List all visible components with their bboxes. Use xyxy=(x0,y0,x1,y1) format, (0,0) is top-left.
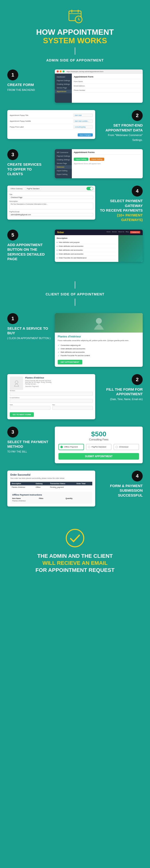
settings-label-1: Appointment Popup Title xyxy=(10,115,28,116)
mock-3-content: Appointment Forms Import Setting Export … xyxy=(72,149,143,178)
final-title-3: FOR APPOINTMENT REQUEST xyxy=(5,567,145,574)
col-total: Order Total xyxy=(75,482,92,485)
settings-row-1: Appointment Popup Title blah blah xyxy=(10,113,93,118)
client-step-3: 3 SELECT THE PAYMENT METHODTO PAY THE BI… xyxy=(7,427,143,463)
service-card-desc: Fusce malesuada consectetur adipiscing e… xyxy=(58,339,140,342)
payment-col-label-2: Filtes xyxy=(39,498,64,499)
client-step-1-number: 1 xyxy=(7,313,18,324)
step-1-label: 1 CREATE FORMFROM THE BACKEND xyxy=(7,69,51,92)
settings-value-1: blah blah xyxy=(73,114,93,117)
payment-mock-header: Offline Gateway PayPal Standard xyxy=(7,186,95,192)
client-step-2-title: FILL THE FORM FOR APPOINTMENT(Date, Time… xyxy=(99,387,143,401)
input-nom[interactable] xyxy=(10,392,93,396)
step-2-number: 2 xyxy=(132,110,143,121)
step-3-label: 3 CREATE SERVICESTO OFFER TOCLIENTS xyxy=(7,149,51,176)
payment-input-desc: Put Your Description or Connection Infor… xyxy=(9,203,93,209)
tab-paypal: PayPal Standard xyxy=(25,187,41,190)
save-settings-btn[interactable]: Save Changes xyxy=(78,133,93,136)
step-2-label: 2 SET FRONT-ENDAPPOINTMENT DATAFrom "Web… xyxy=(99,110,143,142)
order-payment-info: Offline Payment Instructions Item Name P… xyxy=(10,492,92,504)
sidebar-wp: WP Commerce xyxy=(55,151,72,154)
nav-cta[interactable]: Contact Us xyxy=(130,231,140,234)
client-step-3-label: 3 SELECT THE PAYMENT METHODTO PAY THE BI… xyxy=(7,427,51,454)
form-field-name: Tel Nom xyxy=(10,390,93,396)
hero-divider xyxy=(75,48,75,55)
payment-field-email: PayPal Email admin@billing@gmail.com xyxy=(9,211,93,216)
service-card-title: Plantes d'intérieur xyxy=(58,335,140,338)
settings-label-3: Popup Price Label xyxy=(10,126,24,128)
form-field-date: Date xyxy=(10,404,50,410)
svg-point-8 xyxy=(15,381,18,383)
list-item-5: Order Favorites for and Maintenance xyxy=(57,256,116,260)
step-5-label: 5 ADD APPOINTMENT BUTTON ON THE SERVICES… xyxy=(7,229,51,261)
field-label-email: Email Address xyxy=(74,85,141,87)
check-4: ✓ xyxy=(58,354,60,357)
mock-3-title: Appointment Forms xyxy=(74,151,141,155)
svg-point-7 xyxy=(96,318,102,324)
payment-col-item: Item Name Plantes d'intérieur xyxy=(12,498,37,502)
list-item-4: Order attributes and accessories xyxy=(57,252,116,256)
form-product-info: Plantes d'intérieur Fancy bonsai arts ar… xyxy=(10,376,93,390)
col-status: Transaction Status xyxy=(48,482,75,485)
export-btn[interactable]: Export Setting xyxy=(90,158,104,161)
field-value-name xyxy=(74,83,141,84)
step-5-ui-mock: finbar Home Service About Us Blog Contac… xyxy=(55,229,143,262)
dot-yellow xyxy=(60,70,61,72)
hero-title: HOW APPOINTMENT xyxy=(5,28,145,36)
import-btn[interactable]: Import Setting xyxy=(74,158,89,161)
final-highlight: WILL RECIEVE AN EMAIL xyxy=(42,560,108,566)
list-item-1: View definition and purpose xyxy=(57,241,116,244)
input-email[interactable] xyxy=(10,399,93,403)
step-4-ui-mock: Offline Gateway PayPal Standard Title Ch… xyxy=(7,186,95,220)
toggle-switch[interactable] xyxy=(86,187,93,190)
mock-url-bar: https://example.com/wp-admin/appointment… xyxy=(67,71,103,72)
submit-appointment-btn[interactable]: SUBMIT APPOINTMENT xyxy=(58,453,139,460)
mock-1-body: Dashboard Payment Settings Creating Sett… xyxy=(55,73,143,103)
option-offline[interactable]: Offline Payment xyxy=(58,444,84,450)
client-steps-section: 1 SELECT A SERVICE TO BUY( CLICK ON APPO… xyxy=(0,311,150,521)
step-3-mock: WP Commerce Payment Settings Creating Se… xyxy=(55,149,143,178)
next-form-btn[interactable]: GO TO NEXT FORM xyxy=(10,412,34,417)
nav-blog: Blog xyxy=(126,231,129,234)
get-appointment-btn[interactable]: GET APPOINTMENT xyxy=(58,360,82,364)
check-3: ✓ xyxy=(58,351,60,353)
frontend-nav: finbar Home Service About Us Blog Contac… xyxy=(55,229,143,235)
cell-total xyxy=(75,485,92,489)
client-divider-section: CLIENT SIDE OF APPOINTMENT xyxy=(0,276,150,311)
option-2checkout[interactable]: 2Checkout xyxy=(114,444,139,450)
client-divider-2 xyxy=(75,299,75,306)
step-2-ui-mock: Appointment Popup Title blah blah Appoin… xyxy=(7,110,95,139)
input-date[interactable] xyxy=(10,406,50,410)
col-description: Description xyxy=(10,482,34,485)
frontend-content: Description View definition and purpose … xyxy=(55,235,143,262)
toggle-knob xyxy=(90,187,93,190)
hero-subtitle: SYSTEM WORKS xyxy=(5,36,145,45)
order-table: Description Gateway Transaction Status O… xyxy=(10,482,92,489)
final-title-2: WILL RECIEVE AN EMAIL xyxy=(5,560,145,567)
nav-about: About Us xyxy=(118,231,124,234)
frontend-image xyxy=(118,235,143,262)
list-item-2: Order attributes and accessories xyxy=(57,244,116,248)
tab-offline: Offline Gateway xyxy=(9,187,24,190)
sidebar-export: Export Setting xyxy=(55,173,72,176)
option-paypal[interactable]: PayPal Standard xyxy=(86,444,111,450)
sidebar-webinane: Webinane xyxy=(55,165,72,169)
mock-1-content: Appointment Form Form Name Email Address… xyxy=(72,73,143,103)
form-product-name: Plantes d'intérieur xyxy=(25,376,52,379)
input-hax[interactable] xyxy=(52,406,93,410)
client-step-2-label: 2 FILL THE FORM FOR APPOINTMENT(Date, Ti… xyxy=(99,374,143,401)
payment-col-val-1: Plantes d'intérieur xyxy=(12,500,37,502)
service-image xyxy=(55,313,143,333)
payment-col-label-1: Item Name xyxy=(12,498,37,499)
payment-col-filtes: Filtes xyxy=(39,498,64,502)
frontend-desc-label: Description xyxy=(57,237,116,239)
label-date: Date xyxy=(10,404,50,405)
client-step-4-number: 4 xyxy=(132,471,143,482)
service-card-header: Plantes d'intérieur Fusce malesuada cons… xyxy=(55,333,143,367)
form-row-2: E-mail Address xyxy=(10,397,93,403)
form-product-subtitle: Fancy bonsai arts around lusciousthat la… xyxy=(25,380,52,385)
payment-options: Offline Payment PayPal Standard 2Checkou… xyxy=(58,444,139,450)
settings-value-2: blah blah subtitle... xyxy=(73,120,93,123)
payment-input-email: admin@billing@gmail.com xyxy=(9,213,93,216)
form-product-details: Plantes d'intérieur Fancy bonsai arts ar… xyxy=(25,376,52,387)
